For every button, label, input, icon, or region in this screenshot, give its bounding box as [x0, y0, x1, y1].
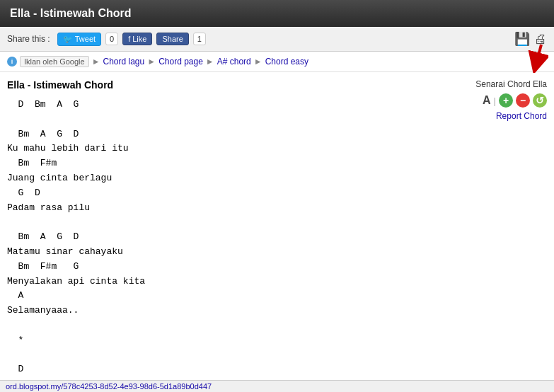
- fb-count: 1: [193, 33, 206, 45]
- google-ads-label: Iklan oleh Google: [20, 56, 89, 67]
- fb-like-label: Like: [132, 35, 146, 43]
- fb-icon: f: [128, 35, 130, 43]
- separator: |: [494, 96, 496, 106]
- font-increase-button[interactable]: +: [499, 93, 513, 108]
- font-decrease-button[interactable]: −: [516, 93, 530, 108]
- save-button[interactable]: 💾: [514, 31, 530, 47]
- toolbar: Share this : 🐦 Tweet 0 f Like Share 1 💾 …: [0, 27, 554, 52]
- sidebar: Senarai Chord Ella A | + − ↺ Report Chor…: [448, 79, 547, 392]
- twitter-icon: 🐦: [63, 35, 73, 44]
- tweet-button[interactable]: 🐦 Tweet: [57, 33, 101, 46]
- page-title: Ella - Istimewah Chord: [10, 7, 132, 19]
- report-chord-link[interactable]: Report Chord: [496, 111, 547, 121]
- print-button[interactable]: 🖨: [534, 32, 547, 47]
- font-reset-button[interactable]: ↺: [533, 93, 547, 108]
- font-size-icon: A: [483, 94, 491, 107]
- statusbar: ord.blogspot.my/578c4253-8d52-4e93-98d6-…: [0, 380, 554, 392]
- breadcrumb-sep: ►: [92, 57, 100, 67]
- chord-lyrics: D Bm A G Bm A G D Ku mahu lebih dari itu…: [7, 98, 441, 392]
- breadcrumb-chord-easy[interactable]: Chord easy: [265, 57, 308, 67]
- tweet-label: Tweet: [75, 35, 96, 43]
- breadcrumb: i Iklan oleh Google ► Chord lagu ► Chord…: [0, 52, 554, 72]
- breadcrumb-a-sharp-chord[interactable]: A# chord: [217, 57, 251, 67]
- title-bar: Ella - Istimewah Chord: [0, 0, 554, 27]
- toolbar-left: Share this : 🐦 Tweet 0 f Like Share 1: [7, 33, 206, 46]
- font-controls: A | + − ↺: [448, 93, 547, 108]
- tweet-count: 0: [105, 33, 118, 45]
- fb-share-button[interactable]: Share: [156, 33, 188, 45]
- breadcrumb-chord-page[interactable]: Chord page: [158, 57, 203, 67]
- chord-title: Ella - Istimewah Chord: [7, 79, 441, 91]
- chord-area: Ella - Istimewah Chord D Bm A G Bm A G D…: [7, 79, 441, 392]
- info-icon: i: [7, 57, 17, 67]
- report-chord-section: Report Chord: [448, 110, 547, 121]
- breadcrumb-chord-lagu[interactable]: Chord lagu: [103, 57, 145, 67]
- toolbar-right: 💾 🖨: [514, 31, 547, 47]
- status-url: ord.blogspot.my/578c4253-8d52-4e93-98d6-…: [6, 382, 212, 391]
- fb-share-label: Share: [162, 35, 183, 43]
- fb-like-button[interactable]: f Like: [122, 33, 152, 45]
- senarai-chord-label: Senarai Chord Ella: [448, 79, 547, 89]
- share-label: Share this :: [7, 34, 50, 44]
- main-content: Ella - Istimewah Chord D Bm A G Bm A G D…: [0, 72, 554, 392]
